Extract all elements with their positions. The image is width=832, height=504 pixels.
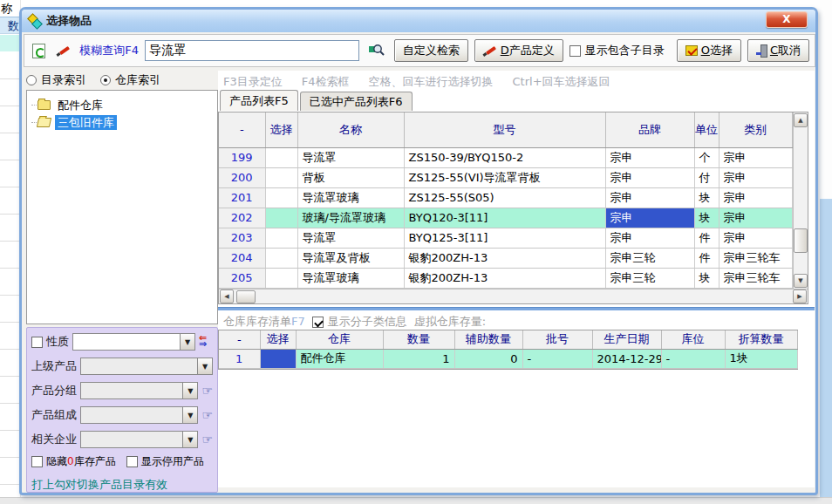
nature-checkbox[interactable]	[31, 337, 43, 348]
unit-cell[interactable]: 块	[694, 268, 719, 288]
row-number[interactable]: 202	[219, 208, 265, 228]
model-cell[interactable]: ZS125-55(S05)	[404, 187, 605, 208]
edit-query-button[interactable]	[55, 40, 74, 61]
search-input[interactable]	[145, 40, 359, 61]
select-cell[interactable]	[265, 268, 297, 288]
select-cell[interactable]	[265, 228, 297, 248]
vertical-scroll-track[interactable]	[794, 128, 808, 273]
product-group-combo[interactable]: ▼	[80, 382, 198, 399]
converted-qty-cell[interactable]: 1块	[725, 349, 797, 368]
horizontal-splitter[interactable]	[218, 307, 815, 310]
product-composition-combo[interactable]: ▼	[80, 406, 198, 424]
col-select[interactable]: 选择	[260, 330, 296, 349]
radio-warehouse-index[interactable]: 仓库索引	[100, 72, 160, 88]
model-cell[interactable]: 银豹200ZH-13	[404, 268, 605, 288]
name-cell[interactable]: 导流罩	[297, 228, 404, 248]
scroll-right-icon[interactable]: ▶	[793, 289, 807, 303]
col-warehouse[interactable]: 仓库	[296, 330, 383, 349]
table-row-selected[interactable]: 202 玻璃/导流罩玻璃 BYQ120-3[11] 宗申 块 宗申	[219, 208, 792, 228]
category-cell[interactable]: 宗申	[719, 147, 792, 167]
col-category[interactable]: 类别	[719, 112, 792, 147]
product-define-button[interactable]: D产品定义	[474, 39, 563, 62]
brand-cell-focused[interactable]: 宗申	[605, 208, 694, 228]
col-brand[interactable]: 品牌	[605, 112, 694, 147]
col-model[interactable]: 型号	[404, 112, 605, 147]
select-cell[interactable]	[265, 248, 297, 268]
tab-selected-products[interactable]: 已选中产品列表F6	[300, 92, 413, 111]
model-cell[interactable]: BYQ120-3[11]	[404, 208, 605, 228]
custom-search-button[interactable]: 自定义检索	[394, 39, 468, 62]
title-bar[interactable]: 选择物品 X	[22, 10, 815, 32]
name-cell[interactable]: 导流罩	[297, 147, 404, 167]
prod-date-cell[interactable]: 2014-12-29	[592, 349, 661, 368]
warehouse-cell[interactable]: 配件仓库	[296, 349, 383, 368]
table-row[interactable]: 204 导流罩及背板 银豹200ZH-13 宗申三轮 件 宗申三轮车	[219, 248, 792, 268]
stock-table-row[interactable]: 1 配件仓库 1 0 - 2014-12-29 - 1块	[219, 349, 797, 368]
quantity-cell[interactable]: 1	[383, 349, 454, 368]
refresh-button[interactable]	[30, 40, 49, 61]
search-button[interactable]	[365, 40, 387, 61]
nature-combo[interactable]: ▼	[72, 333, 195, 351]
chevron-down-icon[interactable]: ▼	[182, 383, 197, 398]
brand-cell[interactable]: 宗申	[605, 228, 694, 248]
category-cell[interactable]: 宗申	[719, 187, 792, 208]
unit-cell[interactable]: 件	[694, 248, 719, 268]
brand-cell[interactable]: 宗申三轮	[605, 248, 694, 268]
row-number[interactable]: 204	[219, 248, 265, 268]
table-row[interactable]: 203 导流罩 BYQ125-3[11] 宗申 件 宗申	[219, 228, 792, 248]
category-cell[interactable]: 宗申三轮车	[719, 248, 792, 268]
scroll-left-icon[interactable]: ◀	[220, 289, 234, 303]
model-cell[interactable]: ZS125-55(VI)导流罩背板	[404, 167, 605, 187]
col-quantity[interactable]: 数量	[383, 330, 454, 349]
hide-zero-stock-checkbox[interactable]: 隐藏0库存产品	[31, 454, 116, 469]
col-name[interactable]: 名称	[297, 112, 404, 147]
brand-cell[interactable]: 宗申	[605, 147, 694, 167]
brand-cell[interactable]: 宗申三轮	[605, 268, 694, 288]
scroll-up-icon[interactable]: ▲	[794, 113, 808, 127]
chevron-down-icon[interactable]: ▼	[197, 358, 212, 374]
radio-catalog-index[interactable]: 目录索引	[26, 72, 86, 88]
tree-item-parts-warehouse[interactable]: 配件仓库	[29, 96, 215, 113]
tab-product-list[interactable]: 产品列表F5	[220, 90, 298, 111]
chevron-down-icon[interactable]: ▼	[182, 407, 197, 423]
vertical-scroll-thumb[interactable]	[794, 228, 808, 253]
col-prod-date[interactable]: 生产日期	[592, 330, 661, 349]
cancel-button[interactable]: C取消	[747, 39, 809, 62]
show-subdir-checkbox[interactable]: 显示包含子目录	[569, 43, 665, 58]
horizontal-scroll-thumb[interactable]	[236, 290, 256, 303]
unit-cell[interactable]: 块	[694, 187, 719, 208]
hand-pointer-icon[interactable]: ☞	[201, 409, 213, 421]
unit-cell[interactable]: 件	[694, 228, 719, 248]
table-row[interactable]: 201 导流罩玻璃 ZS125-55(S05) 宗申 块 宗申	[219, 187, 792, 208]
name-cell[interactable]: 导流罩玻璃	[297, 187, 404, 208]
col-location[interactable]: 库位	[661, 330, 725, 349]
col-batch[interactable]: 批号	[522, 330, 592, 349]
close-button[interactable]: X	[766, 11, 808, 28]
table-row[interactable]: 199 导流罩 ZS150-39/BYQ150-2 宗申 个 宗申	[219, 147, 792, 167]
row-number[interactable]: 205	[219, 268, 265, 288]
ok-select-button[interactable]: O选择	[677, 39, 741, 62]
brand-cell[interactable]: 宗申	[605, 187, 694, 208]
horizontal-scroll-track[interactable]	[235, 290, 792, 303]
chevron-down-icon[interactable]: ▼	[182, 432, 197, 447]
chevron-down-icon[interactable]: ▼	[180, 334, 194, 350]
name-cell[interactable]: 玻璃/导流罩玻璃	[297, 208, 404, 228]
name-cell[interactable]: 背板	[297, 167, 404, 187]
show-disabled-products-checkbox[interactable]: 显示停用产品	[126, 454, 204, 469]
category-cell[interactable]: 宗申	[719, 208, 792, 228]
hand-pointer-icon[interactable]: ☞	[201, 385, 213, 397]
unit-cell[interactable]: 付	[694, 167, 719, 187]
col-unit[interactable]: 单位	[694, 112, 719, 147]
brand-cell[interactable]: 宗申	[605, 167, 694, 187]
row-number[interactable]: 1	[219, 349, 260, 368]
row-number[interactable]: 199	[219, 147, 265, 167]
select-cell[interactable]	[265, 167, 297, 187]
vertical-scrollbar[interactable]: ▲ ▼	[793, 112, 808, 289]
model-cell[interactable]: 银豹200ZH-13	[404, 248, 605, 268]
select-cell[interactable]	[265, 208, 297, 228]
category-cell[interactable]: 宗申	[719, 167, 792, 187]
parent-product-combo[interactable]: ▼	[80, 358, 213, 375]
category-cell[interactable]: 宗申三轮车	[719, 268, 792, 288]
unit-cell[interactable]: 块	[694, 208, 719, 228]
related-company-combo[interactable]: ▼	[80, 431, 198, 448]
